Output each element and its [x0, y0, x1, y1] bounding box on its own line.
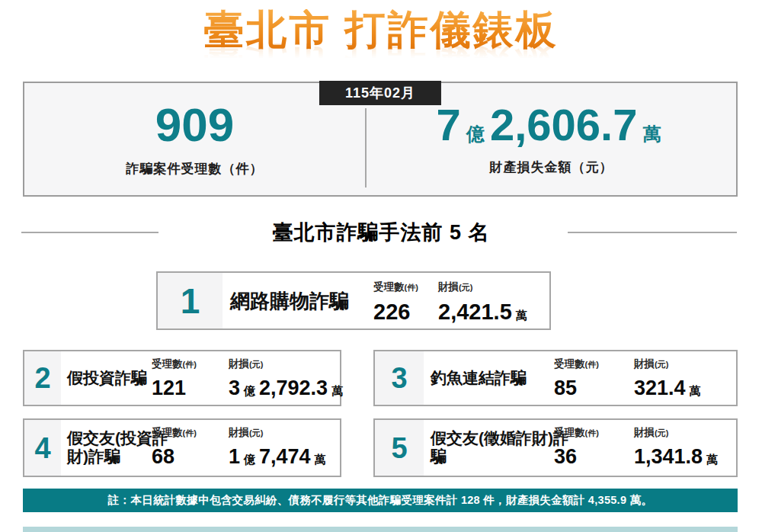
count-column: 受理數(件) 85 — [554, 357, 599, 399]
count-header: 受理數(件) — [554, 426, 599, 440]
count-value: 85 — [554, 378, 599, 399]
fraud-card-rank-1: 1 網路購物詐騙 受理數(件) 226 財損(元) 2,421.5 萬 — [156, 271, 551, 330]
rank-number: 1 — [158, 273, 223, 328]
summary-panel: 115年02月 909 詐騙案件受理數（件） 7 億 2,606.7 萬 財產損… — [23, 82, 738, 197]
count-column: 受理數(件) 226 — [373, 280, 418, 323]
count-value: 36 — [554, 447, 599, 467]
count-column: 受理數(件) 36 — [554, 426, 599, 467]
ranking-section-title: 臺北市詐騙手法前 5 名 — [272, 221, 489, 244]
loss-header: 財損(元) — [634, 357, 701, 371]
count-value: 226 — [373, 301, 418, 323]
loss-label: 財產損失金額（元） — [490, 159, 613, 176]
loss-header: 財損(元) — [634, 426, 718, 440]
cases-label: 詐騙案件受理數（件） — [126, 160, 264, 178]
count-header: 受理數(件) — [373, 280, 418, 294]
count-column: 受理數(件) 121 — [152, 357, 197, 399]
loss-header: 財損(元) — [229, 357, 343, 371]
loss-column: 財損(元) 3 億 2,792.3 萬 — [229, 357, 343, 399]
count-column: 受理數(件) 68 — [152, 426, 197, 467]
loss-header: 財損(元) — [438, 280, 527, 294]
cases-value: 909 — [155, 101, 234, 149]
fraud-card-rank-4: 4 假交友(投資詐財)詐騙 受理數(件) 68 財損(元) 1 億 7,474 … — [23, 418, 341, 477]
count-header: 受理數(件) — [152, 357, 197, 371]
stat-cases: 909 詐騙案件受理數（件） — [24, 83, 365, 195]
ranking-section-header: 臺北市詐騙手法前 5 名 — [0, 219, 762, 246]
loss-value: 321.4 萬 — [634, 378, 701, 399]
heading-rule-left — [21, 232, 158, 233]
footer-note-bar: 註：本日統計數據中包含交易糾紛、債務不履行等其他詐騙受理案件計 128 件，財產… — [23, 489, 738, 512]
page-title-reflection: 臺北市 打詐儀錶板 — [0, 39, 762, 79]
fraud-card-rank-5: 5 假交友(徵婚詐財)詐騙 受理數(件) 36 財損(元) 1,341.8 萬 — [373, 418, 738, 477]
header: 臺北市 打詐儀錶板 臺北市 打詐儀錶板 — [0, 9, 762, 79]
loss-column: 財損(元) 1 億 7,474 萬 — [229, 426, 326, 467]
fraud-type-name: 網路購物詐騙 — [230, 289, 375, 312]
loss-value: 2,421.5 萬 — [438, 301, 527, 323]
fraud-card-rank-2: 2 假投資詐騙 受理數(件) 121 財損(元) 3 億 2,792.3 萬 — [23, 350, 341, 406]
footer-bar-reflection — [23, 527, 738, 532]
rank-number: 5 — [375, 420, 424, 476]
fraud-card-rank-3: 3 釣魚連結詐騙 受理數(件) 85 財損(元) 321.4 萬 — [373, 350, 738, 406]
loss-value: 3 億 2,792.3 萬 — [229, 378, 343, 399]
anti-fraud-dashboard: { "colors": { "accent_teal": "#0e7e8a", … — [0, 0, 762, 532]
count-header: 受理數(件) — [554, 357, 599, 371]
loss-column: 財損(元) 2,421.5 萬 — [438, 280, 527, 323]
loss-value: 1 億 7,474 萬 — [229, 447, 326, 467]
loss-header: 財損(元) — [229, 426, 326, 440]
heading-rule-right — [568, 232, 737, 233]
rank-number: 4 — [24, 420, 61, 476]
loss-column: 財損(元) 321.4 萬 — [634, 357, 701, 399]
loss-value: 1,341.8 萬 — [634, 447, 718, 467]
footer-note: 註：本日統計數據中包含交易糾紛、債務不履行等其他詐騙受理案件計 128 件，財產… — [108, 493, 652, 508]
rank-number: 2 — [24, 351, 61, 405]
count-header: 受理數(件) — [152, 426, 197, 440]
stat-loss: 7 億 2,606.7 萬 財產損失金額（元） — [367, 83, 736, 195]
loss-value: 7 億 2,606.7 萬 — [437, 103, 667, 147]
rank-number: 3 — [375, 351, 424, 405]
count-value: 121 — [152, 378, 197, 399]
count-value: 68 — [152, 447, 197, 467]
loss-column: 財損(元) 1,341.8 萬 — [634, 426, 718, 467]
